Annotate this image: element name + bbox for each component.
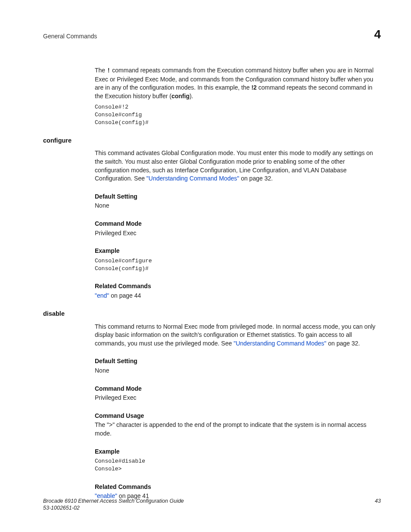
- cmd-config: config: [171, 93, 190, 100]
- configure-mode-heading: Command Mode: [95, 220, 381, 228]
- link-end[interactable]: "end": [95, 292, 109, 299]
- configure-mode-value: Privileged Exec: [95, 229, 381, 238]
- text: The: [95, 67, 107, 74]
- configure-example-code: Console#configure Console(config)#: [95, 257, 381, 273]
- configure-related-heading: Related Commands: [95, 282, 381, 291]
- footer-page: 43: [375, 498, 381, 505]
- text: ).: [190, 93, 193, 100]
- link-understanding-modes[interactable]: "Understanding Command Modes": [146, 175, 239, 182]
- configure-related-line: "end" on page 44: [95, 292, 381, 300]
- header-title: General Commands: [43, 32, 97, 41]
- disable-example-heading: Example: [95, 448, 381, 456]
- disable-related-heading: Related Commands: [95, 483, 381, 492]
- intro-paragraph: The ! command repeats commands from the …: [95, 66, 381, 100]
- link-understanding-modes-2[interactable]: "Understanding Command Modes": [234, 340, 326, 347]
- configure-default-value: None: [95, 202, 381, 210]
- page-header: General Commands 4: [43, 26, 381, 43]
- configure-heading: configure: [43, 136, 381, 145]
- disable-usage-heading: Command Usage: [95, 412, 381, 420]
- disable-default-heading: Default Setting: [95, 357, 381, 366]
- disable-default-value: None: [95, 367, 381, 375]
- text: on page 32.: [239, 175, 273, 182]
- cmd-bang2: !2: [251, 84, 256, 91]
- text: on page 44: [109, 292, 141, 299]
- footer-doc-title: Brocade 6910 Ethernet Access Switch Conf…: [43, 498, 184, 504]
- disable-heading: disable: [43, 309, 381, 318]
- header-chapter: 4: [374, 26, 381, 43]
- configure-default-heading: Default Setting: [95, 193, 381, 201]
- disable-mode-heading: Command Mode: [95, 385, 381, 393]
- intro-code: Console#!2 Console#config Console(config…: [95, 103, 381, 127]
- disable-usage-value: The ">" character is appended to the end…: [95, 421, 381, 438]
- footer-doc-num: 53-1002651-02: [43, 504, 184, 511]
- disable-example-code: Console#disable Console>: [95, 457, 381, 473]
- page-footer: Brocade 6910 Ethernet Access Switch Conf…: [43, 498, 381, 512]
- disable-desc: This command returns to Normal Exec mode…: [95, 323, 381, 348]
- text: on page 32.: [327, 340, 360, 347]
- configure-example-heading: Example: [95, 247, 381, 255]
- disable-mode-value: Privileged Exec: [95, 394, 381, 402]
- configure-desc: This command activates Global Configurat…: [95, 149, 381, 183]
